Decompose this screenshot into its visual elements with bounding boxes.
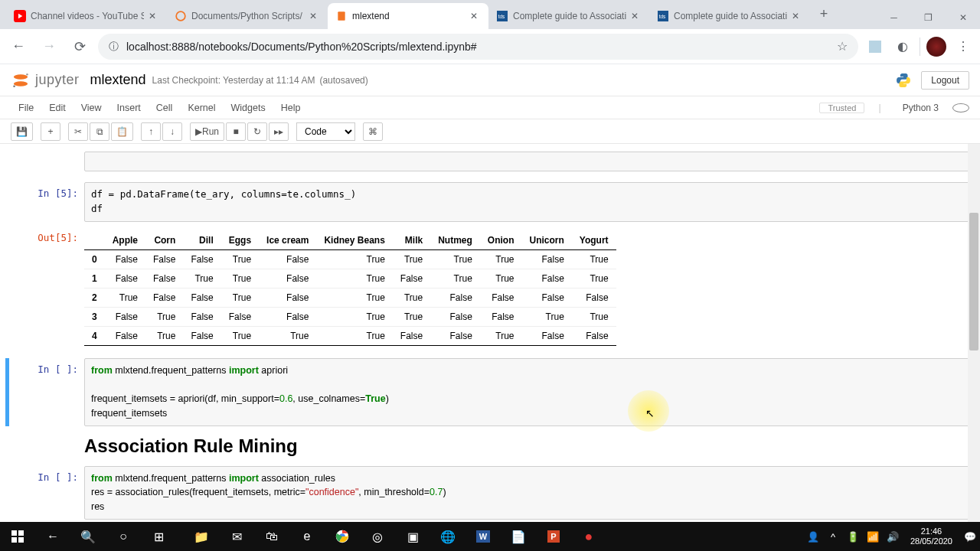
run-button[interactable]: ▶ Run bbox=[190, 122, 224, 141]
vertical-scrollbar[interactable] bbox=[968, 144, 980, 522]
code-cell[interactable] bbox=[9, 152, 969, 178]
store-icon[interactable]: 🛍 bbox=[254, 522, 289, 551]
menu-insert[interactable]: Insert bbox=[109, 103, 149, 113]
new-tab-button[interactable]: + bbox=[813, 3, 835, 24]
insert-cell-button[interactable]: + bbox=[41, 122, 60, 141]
notebook-title[interactable]: mlextend bbox=[90, 72, 146, 88]
close-window-button[interactable]: ✕ bbox=[946, 6, 980, 29]
tab-tds-2[interactable]: tds Complete guide to Associati ✕ bbox=[649, 3, 810, 29]
code-input[interactable]: from mlxtend.frequent_patterns import ap… bbox=[84, 358, 969, 426]
start-button[interactable] bbox=[0, 522, 35, 551]
tab-label: Channel videos - YouTube S bbox=[31, 11, 144, 21]
kernel-name[interactable]: Python 3 bbox=[895, 103, 946, 113]
pycharm-icon[interactable]: ▣ bbox=[395, 522, 430, 551]
menu-file[interactable]: File bbox=[11, 103, 41, 113]
svg-rect-7 bbox=[869, 41, 881, 53]
powerpoint-icon[interactable]: P bbox=[536, 522, 571, 551]
trusted-badge[interactable]: Trusted bbox=[819, 103, 864, 113]
code-cell-5[interactable]: In [5]: df = pd.DataFrame(te_ary, column… bbox=[9, 182, 969, 222]
url-text: localhost:8888/notebooks/Documents/Pytho… bbox=[126, 41, 829, 53]
close-icon[interactable]: ✕ bbox=[309, 11, 320, 21]
close-icon[interactable]: ✕ bbox=[631, 11, 642, 21]
omnibox[interactable]: ⓘ localhost:8888/notebooks/Documents/Pyt… bbox=[98, 34, 858, 60]
restart-run-button[interactable]: ▸▸ bbox=[269, 122, 289, 141]
code-cell-apriori[interactable]: In [ ]: from mlxtend.frequent_patterns i… bbox=[5, 358, 969, 426]
code-input[interactable]: from mlxtend.frequent_patterns import as… bbox=[84, 466, 969, 520]
reload-button[interactable]: ⟳ bbox=[67, 34, 92, 59]
site-info-icon[interactable]: ⓘ bbox=[109, 40, 119, 54]
notifications-icon[interactable]: 💬 bbox=[960, 531, 980, 543]
close-icon[interactable]: ✕ bbox=[470, 11, 481, 21]
kernel-indicator-icon bbox=[952, 103, 969, 112]
minimize-button[interactable]: ─ bbox=[877, 6, 911, 29]
markdown-cell[interactable]: Association Rule Mining bbox=[9, 431, 969, 461]
tab-jupyter-tree[interactable]: Documents/Python Scripts/ ✕ bbox=[167, 3, 328, 29]
copy-button[interactable]: ⧉ bbox=[90, 122, 109, 141]
cortana-icon[interactable]: ○ bbox=[106, 522, 141, 551]
notepad-icon[interactable]: 📄 bbox=[501, 522, 536, 551]
restart-button[interactable]: ↻ bbox=[247, 122, 267, 141]
jupyter-logo[interactable]: jupyter bbox=[11, 70, 80, 90]
people-icon[interactable]: 👤 bbox=[803, 531, 823, 543]
volume-icon[interactable]: 🔊 bbox=[883, 531, 903, 543]
tab-youtube[interactable]: Channel videos - YouTube S ✕ bbox=[6, 3, 167, 29]
record-icon[interactable]: ● bbox=[571, 522, 606, 551]
explorer-icon[interactable]: 📁 bbox=[184, 522, 219, 551]
move-up-button[interactable]: ↑ bbox=[141, 122, 161, 141]
interrupt-button[interactable]: ■ bbox=[226, 122, 246, 141]
celltype-select[interactable]: Code bbox=[296, 122, 355, 141]
logout-button[interactable]: Logout bbox=[921, 71, 969, 90]
chrome-menu-icon[interactable]: ⋮ bbox=[952, 36, 974, 57]
save-button[interactable]: 💾 bbox=[11, 122, 33, 141]
svg-rect-13 bbox=[18, 530, 24, 536]
bookmark-icon[interactable]: ☆ bbox=[837, 39, 848, 54]
scrollbar-thumb[interactable] bbox=[969, 213, 978, 350]
battery-icon[interactable]: 🔋 bbox=[843, 531, 863, 543]
back-button[interactable]: ← bbox=[6, 34, 31, 59]
tab-tds-1[interactable]: tds Complete guide to Associati ✕ bbox=[488, 3, 649, 29]
cut-button[interactable]: ✂ bbox=[68, 122, 88, 141]
menu-kernel[interactable]: Kernel bbox=[180, 103, 223, 113]
profile-avatar[interactable] bbox=[926, 37, 946, 57]
word-icon[interactable]: W bbox=[466, 522, 501, 551]
menu-edit[interactable]: Edit bbox=[41, 103, 74, 113]
maximize-button[interactable]: ❐ bbox=[911, 6, 946, 29]
extension-icon[interactable]: ◐ bbox=[892, 36, 913, 57]
browser-titlebar: Channel videos - YouTube S ✕ Documents/P… bbox=[0, 0, 980, 29]
menu-cell[interactable]: Cell bbox=[149, 103, 181, 113]
marble-icon[interactable]: 🌐 bbox=[430, 522, 466, 551]
menu-help[interactable]: Help bbox=[273, 103, 309, 113]
menu-widgets[interactable]: Widgets bbox=[224, 103, 273, 113]
code-input[interactable] bbox=[84, 152, 969, 171]
table-row: 1FalseFalseTrueTrueFalseTrueFalseTrueTru… bbox=[84, 269, 616, 288]
move-down-button[interactable]: ↓ bbox=[162, 122, 182, 141]
edge-icon[interactable]: e bbox=[289, 522, 325, 551]
taskview-icon[interactable]: ⊞ bbox=[141, 522, 176, 551]
wifi-icon[interactable]: 📶 bbox=[863, 531, 883, 543]
notebook-area[interactable]: In [5]: df = pd.DataFrame(te_ary, column… bbox=[0, 144, 978, 522]
anaconda-icon[interactable]: ◎ bbox=[360, 522, 395, 551]
close-icon[interactable]: ✕ bbox=[792, 11, 802, 21]
back-icon[interactable]: ← bbox=[35, 522, 70, 551]
code-input[interactable]: df = pd.DataFrame(te_ary, columns=te.col… bbox=[84, 182, 969, 222]
chrome-icon[interactable] bbox=[325, 522, 360, 551]
code-cell-assoc[interactable]: In [ ]: from mlxtend.frequent_patterns i… bbox=[9, 466, 969, 520]
svg-rect-12 bbox=[11, 530, 17, 536]
command-palette-button[interactable]: ⌘ bbox=[363, 122, 383, 141]
menu-view[interactable]: View bbox=[74, 103, 109, 113]
windows-taskbar: ← 🔍 ○ ⊞ 📁 ✉ 🛍 e ◎ ▣ 🌐 W 📄 P ● 👤 ^ 🔋 📶 🔊 … bbox=[0, 522, 980, 551]
table-row: 2TrueFalseFalseTrueFalseTrueTrueFalseFal… bbox=[84, 288, 616, 307]
search-icon[interactable]: 🔍 bbox=[70, 522, 106, 551]
paste-button[interactable]: 📋 bbox=[111, 122, 133, 141]
svg-text:tds: tds bbox=[498, 14, 505, 19]
extension-icon[interactable] bbox=[864, 36, 886, 57]
close-icon[interactable]: ✕ bbox=[149, 11, 159, 21]
forward-button[interactable]: → bbox=[37, 34, 61, 59]
tab-mlextend[interactable]: mlextend ✕ bbox=[328, 3, 488, 29]
mail-icon[interactable]: ✉ bbox=[219, 522, 254, 551]
clock[interactable]: 21:4628/05/2020 bbox=[903, 527, 960, 546]
tray-chevron-icon[interactable]: ^ bbox=[823, 531, 843, 543]
df-col-header: Nutmeg bbox=[430, 231, 480, 250]
tab-label: Complete guide to Associati bbox=[513, 11, 626, 21]
tab-label: Documents/Python Scripts/ bbox=[191, 11, 305, 21]
